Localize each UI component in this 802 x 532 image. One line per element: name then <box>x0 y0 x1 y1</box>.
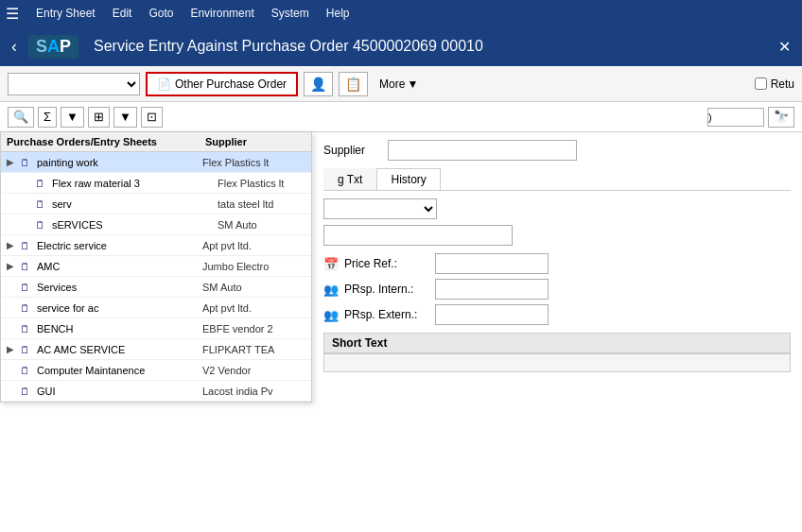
return-check: Retu <box>755 77 794 91</box>
prsp-extern-row: 👥 PRsp. Extern.: <box>323 304 791 325</box>
tabs-row: g Txt History <box>323 168 791 191</box>
list-item[interactable]: 🗒 Flex raw material 3 Flex Plastics lt <box>1 173 311 194</box>
chevron-down-sub-button[interactable]: ▼ <box>61 107 84 128</box>
short-text-header: Short Text <box>323 333 791 353</box>
list-item[interactable]: 🗒 BENCH EBFE vendor 2 <box>1 318 311 339</box>
row-supplier: Apt pvt ltd. <box>202 240 309 251</box>
sheet-icon: 🗒 <box>35 198 50 210</box>
menu-item-goto[interactable]: Goto <box>141 5 181 22</box>
sheet-icon: 🗒 <box>20 282 35 293</box>
sheet-icon: 🗒 <box>35 219 50 231</box>
list-item[interactable]: ▶ 🗒 AC AMC SERVICE FLIPKART TEA <box>1 339 311 360</box>
return-checkbox[interactable] <box>755 77 767 90</box>
menu-bar: ☰ Entry Sheet Edit Goto Environment Syst… <box>0 0 802 26</box>
sheet-icon: 🗒 <box>20 261 35 272</box>
hamburger-icon[interactable]: ☰ <box>6 5 19 23</box>
person-icon-button[interactable]: 👤 <box>304 72 333 96</box>
grid-chevron-button[interactable]: ▼ <box>113 107 137 128</box>
menu-item-environment[interactable]: Environment <box>183 5 261 22</box>
list-item[interactable]: 🗒 Computer Maintanence V2 Vendor <box>1 360 311 381</box>
tab-g-txt[interactable]: g Txt <box>323 168 376 190</box>
toolbar: 📄 Other Purchase Order 👤 📋 More ▼ Retu <box>0 66 802 102</box>
list-item[interactable]: ▶ 🗒 painting work Flex Plastics lt <box>1 152 311 173</box>
row-supplier: Lacost india Pv <box>202 386 309 397</box>
prsp-extern-input[interactable] <box>435 304 549 325</box>
form-text-input[interactable] <box>323 225 513 246</box>
sum-button[interactable]: Σ <box>38 107 57 128</box>
price-ref-input[interactable] <box>435 253 549 274</box>
layout-button[interactable]: ⊡ <box>141 107 163 128</box>
binoculars-button[interactable]: 🔭 <box>768 107 794 128</box>
sheet-icon: 🗒 <box>20 386 35 397</box>
list-item[interactable]: ▶ 🗒 Electric service Apt pvt ltd. <box>1 235 311 256</box>
prsp-extern-icon: 👥 <box>323 308 339 322</box>
more-button[interactable]: More ▼ <box>374 76 424 93</box>
list-item[interactable]: ▶ 🗒 AMC Jumbo Electro <box>1 256 311 277</box>
list-item[interactable]: 🗒 serv tata steel ltd <box>1 194 311 215</box>
col-po-header: Purchase Orders/Entry Sheets <box>7 136 205 147</box>
menu-item-help[interactable]: Help <box>319 5 357 22</box>
list-item[interactable]: 🗒 GUI Lacost india Pv <box>1 381 311 402</box>
dropdown-header: Purchase Orders/Entry Sheets Supplier <box>1 132 311 152</box>
list-item[interactable]: 🗒 Services SM Auto <box>1 277 311 298</box>
row-supplier: SM Auto <box>202 282 309 293</box>
prsp-intern-row: 👥 PRsp. Intern.: <box>323 279 791 300</box>
table-scroll-area[interactable] <box>323 353 791 372</box>
row-supplier: tata steel ltd <box>218 198 309 210</box>
row-label: sERVICES <box>52 219 218 231</box>
page-title: Service Entry Against Purchase Order 450… <box>94 38 483 55</box>
price-ref-label: Price Ref.: <box>344 257 429 270</box>
sheet-icon: 🗒 <box>20 157 35 168</box>
sap-logo: SAP <box>28 35 78 59</box>
list-item[interactable]: 🗒 service for ac Apt pvt ltd. <box>1 298 311 318</box>
page-input[interactable] <box>707 108 764 127</box>
price-section: 📅 Price Ref.: 👥 PRsp. Intern.: 👥 PRsp. E… <box>323 253 791 325</box>
tab-history[interactable]: History <box>376 168 440 190</box>
row-label: service for ac <box>37 302 202 314</box>
menu-item-entry-sheet[interactable]: Entry Sheet <box>28 5 103 22</box>
prsp-extern-label: PRsp. Extern.: <box>344 308 429 321</box>
row-supplier: Flex Plastics lt <box>218 178 309 189</box>
other-purchase-order-button[interactable]: 📄 Other Purchase Order <box>146 72 298 96</box>
row-label: BENCH <box>37 323 202 335</box>
chevron-down-icon: ▼ <box>407 77 418 91</box>
expand-icon: ▶ <box>7 240 20 250</box>
form-dropdown[interactable] <box>323 198 437 219</box>
window-close-button[interactable]: ✕ <box>778 38 791 56</box>
main-content: Purchase Orders/Entry Sheets Supplier ▶ … <box>0 132 802 532</box>
row-label: GUI <box>37 386 202 397</box>
row-supplier: Flex Plastics lt <box>202 157 309 168</box>
expand-icon: ▶ <box>7 157 20 167</box>
sub-toolbar: 🔍 Σ ▼ ⊞ ▼ ⊡ 🔭 <box>0 102 802 132</box>
row-label: AC AMC SERVICE <box>37 344 202 355</box>
search-button[interactable]: 🔍 <box>8 107 34 128</box>
prsp-intern-input[interactable] <box>435 279 549 300</box>
row-label: Electric service <box>37 240 202 251</box>
form-text-row <box>323 225 791 246</box>
row-supplier: EBFE vendor 2 <box>202 323 309 335</box>
prsp-intern-label: PRsp. Intern.: <box>344 283 429 296</box>
purchase-orders-dropdown: Purchase Orders/Entry Sheets Supplier ▶ … <box>0 132 312 403</box>
row-supplier: FLIPKART TEA <box>202 344 309 355</box>
grid-button[interactable]: ⊞ <box>88 107 110 128</box>
sheet-icon: 🗒 <box>20 240 35 251</box>
price-ref-icon: 📅 <box>323 257 339 271</box>
row-label: Computer Maintanence <box>37 365 202 376</box>
prsp-intern-icon: 👥 <box>323 283 339 297</box>
list-item[interactable]: 🗒 sERVICES SM Auto <box>1 215 311 235</box>
sheet-icon: 🗒 <box>35 178 50 189</box>
expand-icon: ▶ <box>7 261 20 271</box>
document-copy-button[interactable]: 📋 <box>339 72 368 96</box>
right-content-area: Supplier g Txt History 📅 Price Ref.: <box>312 132 802 532</box>
back-button[interactable]: ‹ <box>11 37 17 57</box>
sheet-icon: 🗒 <box>20 365 35 376</box>
row-label: Flex raw material 3 <box>52 178 218 189</box>
row-label: AMC <box>37 261 202 272</box>
menu-item-system[interactable]: System <box>264 5 317 22</box>
supplier-input[interactable] <box>388 140 577 161</box>
entry-sheet-select[interactable] <box>8 73 140 95</box>
row-supplier: V2 Vendor <box>202 365 309 376</box>
menu-item-edit[interactable]: Edit <box>105 5 140 22</box>
expand-icon: ▶ <box>7 344 20 354</box>
row-supplier: SM Auto <box>218 219 309 231</box>
